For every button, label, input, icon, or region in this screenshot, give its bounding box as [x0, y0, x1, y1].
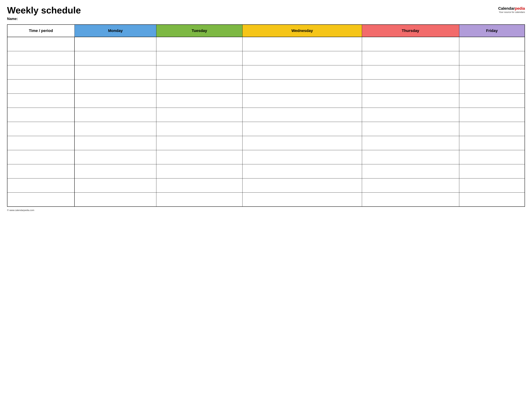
schedule-cell[interactable] — [75, 65, 156, 79]
schedule-cell[interactable] — [362, 51, 459, 65]
col-header-friday: Friday — [459, 25, 525, 37]
schedule-cell[interactable] — [75, 51, 156, 65]
time-cell[interactable] — [7, 37, 75, 51]
schedule-cell[interactable] — [459, 150, 525, 164]
schedule-cell[interactable] — [362, 79, 459, 93]
table-row — [7, 164, 525, 178]
schedule-cell[interactable] — [156, 150, 242, 164]
schedule-cell[interactable] — [156, 178, 242, 192]
time-cell[interactable] — [7, 164, 75, 178]
schedule-cell[interactable] — [75, 136, 156, 150]
time-cell[interactable] — [7, 65, 75, 79]
title-area: Weekly schedule Name: — [7, 5, 81, 21]
schedule-cell[interactable] — [362, 178, 459, 192]
header-row: Time / period Monday Tuesday Wednesday T… — [7, 25, 525, 37]
time-cell[interactable] — [7, 51, 75, 65]
schedule-cell[interactable] — [156, 108, 242, 122]
schedule-cell[interactable] — [459, 65, 525, 79]
schedule-cell[interactable] — [156, 51, 242, 65]
schedule-cell[interactable] — [242, 51, 362, 65]
schedule-cell[interactable] — [362, 150, 459, 164]
schedule-cell[interactable] — [242, 65, 362, 79]
time-cell[interactable] — [7, 178, 75, 192]
schedule-cell[interactable] — [362, 122, 459, 136]
schedule-cell[interactable] — [242, 164, 362, 178]
table-row — [7, 37, 525, 51]
col-header-tuesday: Tuesday — [156, 25, 242, 37]
schedule-cell[interactable] — [75, 192, 156, 207]
schedule-cell[interactable] — [156, 122, 242, 136]
schedule-cell[interactable] — [75, 164, 156, 178]
logo-calendar-text: Calendar — [498, 6, 515, 11]
table-row — [7, 108, 525, 122]
logo-area: Calendarpedia Your source for calendars — [498, 5, 525, 13]
table-row — [7, 51, 525, 65]
footer: © www.calendarpedia.com — [7, 209, 525, 212]
schedule-cell[interactable] — [459, 122, 525, 136]
schedule-cell[interactable] — [75, 178, 156, 192]
col-header-wednesday: Wednesday — [242, 25, 362, 37]
schedule-cell[interactable] — [242, 108, 362, 122]
schedule-cell[interactable] — [75, 150, 156, 164]
schedule-cell[interactable] — [459, 192, 525, 207]
logo-tagline: Your source for calendars — [498, 11, 525, 13]
schedule-cell[interactable] — [362, 37, 459, 51]
time-cell[interactable] — [7, 136, 75, 150]
schedule-cell[interactable] — [242, 178, 362, 192]
time-cell[interactable] — [7, 122, 75, 136]
schedule-cell[interactable] — [362, 108, 459, 122]
schedule-cell[interactable] — [242, 79, 362, 93]
table-row — [7, 178, 525, 192]
schedule-cell[interactable] — [75, 122, 156, 136]
schedule-cell[interactable] — [459, 93, 525, 108]
schedule-cell[interactable] — [75, 79, 156, 93]
schedule-cell[interactable] — [156, 37, 242, 51]
page-title: Weekly schedule — [7, 5, 81, 15]
schedule-cell[interactable] — [75, 37, 156, 51]
schedule-cell[interactable] — [459, 37, 525, 51]
schedule-cell[interactable] — [459, 164, 525, 178]
table-row — [7, 192, 525, 207]
schedule-cell[interactable] — [156, 164, 242, 178]
schedule-cell[interactable] — [242, 150, 362, 164]
table-row — [7, 150, 525, 164]
time-cell[interactable] — [7, 79, 75, 93]
time-cell[interactable] — [7, 192, 75, 207]
schedule-cell[interactable] — [242, 136, 362, 150]
schedule-cell[interactable] — [459, 108, 525, 122]
schedule-cell[interactable] — [362, 65, 459, 79]
schedule-body — [7, 37, 525, 207]
schedule-cell[interactable] — [362, 164, 459, 178]
schedule-cell[interactable] — [242, 192, 362, 207]
schedule-cell[interactable] — [156, 93, 242, 108]
schedule-cell[interactable] — [156, 65, 242, 79]
schedule-table: Time / period Monday Tuesday Wednesday T… — [7, 24, 525, 207]
schedule-cell[interactable] — [156, 192, 242, 207]
name-label: Name: — [7, 17, 81, 21]
table-row — [7, 93, 525, 108]
schedule-cell[interactable] — [459, 136, 525, 150]
table-row — [7, 136, 525, 150]
table-row — [7, 65, 525, 79]
time-cell[interactable] — [7, 93, 75, 108]
schedule-cell[interactable] — [75, 93, 156, 108]
table-row — [7, 79, 525, 93]
schedule-cell[interactable] — [362, 136, 459, 150]
time-cell[interactable] — [7, 108, 75, 122]
schedule-cell[interactable] — [242, 93, 362, 108]
time-cell[interactable] — [7, 150, 75, 164]
table-row — [7, 122, 525, 136]
schedule-cell[interactable] — [242, 37, 362, 51]
schedule-cell[interactable] — [459, 79, 525, 93]
schedule-cell[interactable] — [362, 192, 459, 207]
logo-text: Calendarpedia — [498, 6, 525, 11]
schedule-cell[interactable] — [459, 51, 525, 65]
col-header-time: Time / period — [7, 25, 75, 37]
schedule-cell[interactable] — [459, 178, 525, 192]
schedule-cell[interactable] — [156, 79, 242, 93]
schedule-cell[interactable] — [75, 108, 156, 122]
footer-url: © www.calendarpedia.com — [7, 209, 34, 212]
schedule-cell[interactable] — [362, 93, 459, 108]
schedule-cell[interactable] — [156, 136, 242, 150]
schedule-cell[interactable] — [242, 122, 362, 136]
